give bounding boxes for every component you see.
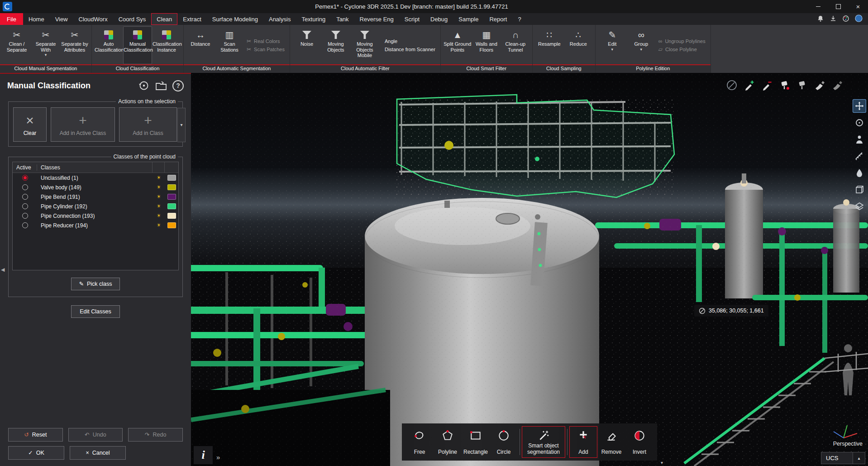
moving-objects-button[interactable]: Moving Objects <box>321 26 350 64</box>
section-box-icon[interactable] <box>853 183 866 197</box>
pen-add-selection-icon[interactable] <box>743 78 756 92</box>
clear-selection-button[interactable]: Clear <box>13 107 47 142</box>
reduce-button[interactable]: Reduce <box>564 26 593 64</box>
compass-icon[interactable] <box>725 78 739 92</box>
clean-separate-button[interactable]: Clean / Separate <box>2 26 31 64</box>
separate-with-button[interactable]: Separate With <box>31 26 60 64</box>
tab-clean[interactable]: Clean <box>151 13 177 25</box>
class-row-pipe-bend[interactable]: Pipe Bend (191) <box>13 192 178 202</box>
resample-button[interactable]: Resample <box>535 26 564 64</box>
tab-help[interactable]: ? <box>512 13 526 25</box>
tab-extract[interactable]: Extract <box>177 13 206 25</box>
tab-view[interactable]: View <box>50 13 73 25</box>
circle-selection-button[interactable]: Circle <box>490 426 518 458</box>
paint-add-icon[interactable] <box>778 78 792 92</box>
add-in-active-class-button[interactable]: Add in Active Class <box>51 107 115 142</box>
tab-sample[interactable]: Sample <box>453 13 484 25</box>
theme-palette-icon[interactable] <box>842 15 849 24</box>
center-target-icon[interactable] <box>853 116 866 130</box>
scan-stations-button[interactable]: Scan Stations <box>215 26 244 64</box>
brush-all-icon[interactable] <box>813 78 827 92</box>
separate-by-attributes-button[interactable]: Separate by Attributes <box>60 26 89 64</box>
class-active-radio[interactable] <box>22 175 28 181</box>
add-to-selection-button[interactable]: Add <box>569 426 597 458</box>
orbit-view-icon[interactable] <box>853 99 866 113</box>
class-row-pipe-reducer[interactable]: Pipe Reducer (194) <box>13 221 178 230</box>
notifications-bell-icon[interactable] <box>817 15 824 24</box>
tab-analysis[interactable]: Analysis <box>263 13 296 25</box>
restore-defaults-icon[interactable] <box>138 80 150 91</box>
auto-classification-button[interactable]: Auto Classification <box>94 26 123 64</box>
brightness-icon[interactable] <box>157 213 161 218</box>
undo-button[interactable]: Undo <box>68 428 123 442</box>
class-color-chip[interactable] <box>167 194 176 200</box>
tab-reverse-eng[interactable]: Reverse Eng <box>354 13 399 25</box>
walls-and-floors-button[interactable]: Walls and Floors <box>472 26 501 64</box>
help-icon[interactable] <box>172 80 184 91</box>
brightness-icon[interactable] <box>157 194 161 199</box>
tab-surface-modeling[interactable]: Surface Modeling <box>207 13 263 25</box>
manual-classification-button[interactable]: Manual Classification <box>123 26 152 64</box>
noise-filter-button[interactable]: Noise <box>292 26 321 64</box>
class-active-radio[interactable] <box>22 194 28 200</box>
brush-visible-icon[interactable] <box>831 78 844 92</box>
close-button[interactable] <box>848 0 868 13</box>
tab-texturing[interactable]: Texturing <box>296 13 331 25</box>
tab-coord-sys[interactable]: Coord Sys <box>113 13 152 25</box>
class-active-radio[interactable] <box>22 213 28 219</box>
drop-section-icon[interactable] <box>853 166 866 180</box>
class-row-unclassified[interactable]: Unclassified (1) <box>13 173 178 183</box>
free-selection-button[interactable]: Free <box>405 426 434 458</box>
tab-tank[interactable]: Tank <box>331 13 354 25</box>
brightness-icon[interactable] <box>157 223 161 228</box>
minimize-button[interactable] <box>808 0 828 13</box>
remove-from-selection-button[interactable]: Remove <box>597 426 625 458</box>
brightness-icon[interactable] <box>157 175 161 180</box>
viewport-3d[interactable]: 35,086; 30,055; 1,661 Free Polyline Rect… <box>191 73 868 466</box>
brightness-icon[interactable] <box>157 204 161 209</box>
expand-info-icon[interactable] <box>216 454 220 461</box>
paint-remove-icon[interactable] <box>796 78 809 92</box>
panel-collapse-handle[interactable] <box>1 267 5 272</box>
clean-up-tunnel-button[interactable]: Clean-up Tunnel <box>501 26 530 64</box>
class-row-valve-body[interactable]: Valve body (149) <box>13 183 178 192</box>
edit-polyline-button[interactable]: Edit <box>598 26 627 64</box>
close-polyline-button[interactable]: Close Polyline <box>658 47 706 52</box>
layers-icon[interactable] <box>853 200 866 213</box>
measure-icon[interactable] <box>853 149 866 163</box>
redo-button[interactable]: Redo <box>128 428 183 442</box>
polyline-selection-button[interactable]: Polyline <box>434 426 462 458</box>
class-row-pipe-connection[interactable]: Pipe Connection (193) <box>13 211 178 221</box>
class-color-chip[interactable] <box>167 203 176 209</box>
edit-classes-button[interactable]: Edit Classes <box>71 305 119 318</box>
class-active-radio[interactable] <box>22 184 28 190</box>
export-folder-icon[interactable] <box>155 80 167 91</box>
add-in-class-button[interactable]: Add in Class <box>119 107 177 142</box>
split-ground-points-button[interactable]: Split Ground Points <box>443 26 472 64</box>
scan-patches-button[interactable]: Scan Patches <box>247 47 285 52</box>
class-color-chip[interactable] <box>167 222 176 228</box>
invert-selection-button[interactable]: Invert <box>625 426 653 458</box>
cancel-button[interactable]: Cancel <box>70 446 126 460</box>
distance-segmentation-button[interactable]: Distance <box>186 26 215 64</box>
tab-script[interactable]: Script <box>399 13 425 25</box>
moving-objects-mobile-button[interactable]: Moving Objects Mobile <box>350 26 379 64</box>
ucs-selector[interactable]: UCS <box>821 452 865 464</box>
tab-report[interactable]: Report <box>484 13 512 25</box>
ungroup-polylines-button[interactable]: Ungroup Polylines <box>658 38 706 44</box>
toolbar-collapse-icon[interactable] <box>661 461 663 465</box>
class-row-pipe-cylinder[interactable]: Pipe Cylinder (192) <box>13 202 178 211</box>
ok-button[interactable]: OK <box>8 446 64 460</box>
tab-file[interactable]: File <box>0 13 23 25</box>
account-badge-icon[interactable] <box>855 14 863 24</box>
pick-class-button[interactable]: Pick class <box>71 278 119 290</box>
class-color-chip[interactable] <box>167 175 176 181</box>
pen-remove-selection-icon[interactable] <box>760 78 774 92</box>
person-view-icon[interactable] <box>853 133 866 146</box>
smart-object-segmentation-button[interactable]: Smart object segmentation <box>522 426 565 458</box>
tab-home[interactable]: Home <box>23 13 50 25</box>
group-polyline-button[interactable]: Group <box>627 26 656 64</box>
real-colors-button[interactable]: Real Colors <box>247 38 285 44</box>
maximize-button[interactable] <box>828 0 848 13</box>
info-button[interactable]: i <box>194 446 213 464</box>
